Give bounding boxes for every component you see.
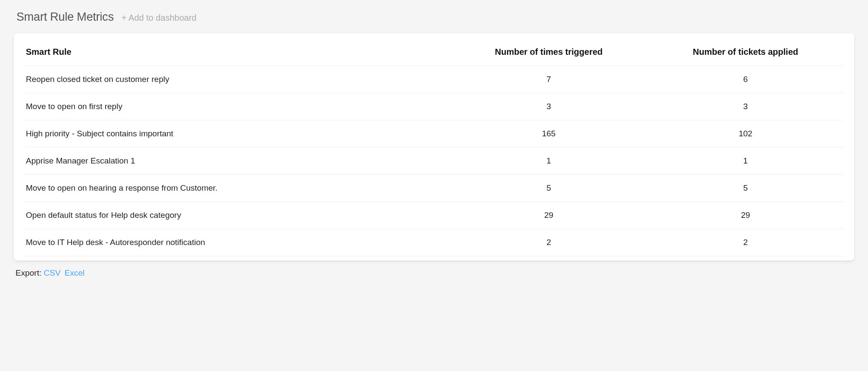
col-header-applied: Number of tickets applied [647,39,844,66]
cell-rule: Reopen closed ticket on customer reply [24,66,450,93]
table-row: Open default status for Help desk catego… [24,202,844,229]
cell-applied: 6 [647,66,844,93]
col-header-rule: Smart Rule [24,39,450,66]
page-title: Smart Rule Metrics [16,10,114,24]
export-excel-link[interactable]: Excel [65,268,84,277]
export-label: Export: [16,268,41,277]
cell-triggered: 1 [450,148,647,175]
table-row: Move to open on hearing a response from … [24,175,844,202]
page-header: Smart Rule Metrics + Add to dashboard [14,10,854,24]
table-row: High priority - Subject contains importa… [24,120,844,148]
table-header-row: Smart Rule Number of times triggered Num… [24,39,844,66]
export-row: Export: CSV Excel [14,268,854,278]
table-row: Move to open on first reply33 [24,93,844,120]
cell-applied: 3 [647,93,844,120]
cell-triggered: 2 [450,229,647,256]
cell-rule: Move to IT Help desk - Autoresponder not… [24,229,450,256]
cell-applied: 29 [647,202,844,229]
smart-rule-table: Smart Rule Number of times triggered Num… [24,39,844,256]
cell-rule: Apprise Manager Escalation 1 [24,148,450,175]
cell-rule: Open default status for Help desk catego… [24,202,450,229]
export-csv-link[interactable]: CSV [44,268,60,277]
cell-triggered: 29 [450,202,647,229]
cell-applied: 102 [647,120,844,148]
add-to-dashboard-link[interactable]: + Add to dashboard [122,13,197,23]
metrics-card: Smart Rule Number of times triggered Num… [14,33,854,261]
cell-applied: 1 [647,148,844,175]
cell-applied: 2 [647,229,844,256]
cell-triggered: 3 [450,93,647,120]
col-header-triggered: Number of times triggered [450,39,647,66]
cell-applied: 5 [647,175,844,202]
table-row: Apprise Manager Escalation 111 [24,148,844,175]
cell-triggered: 165 [450,120,647,148]
table-row: Reopen closed ticket on customer reply76 [24,66,844,93]
cell-rule: Move to open on first reply [24,93,450,120]
table-row: Move to IT Help desk - Autoresponder not… [24,229,844,256]
cell-triggered: 7 [450,66,647,93]
cell-rule: High priority - Subject contains importa… [24,120,450,148]
cell-triggered: 5 [450,175,647,202]
cell-rule: Move to open on hearing a response from … [24,175,450,202]
